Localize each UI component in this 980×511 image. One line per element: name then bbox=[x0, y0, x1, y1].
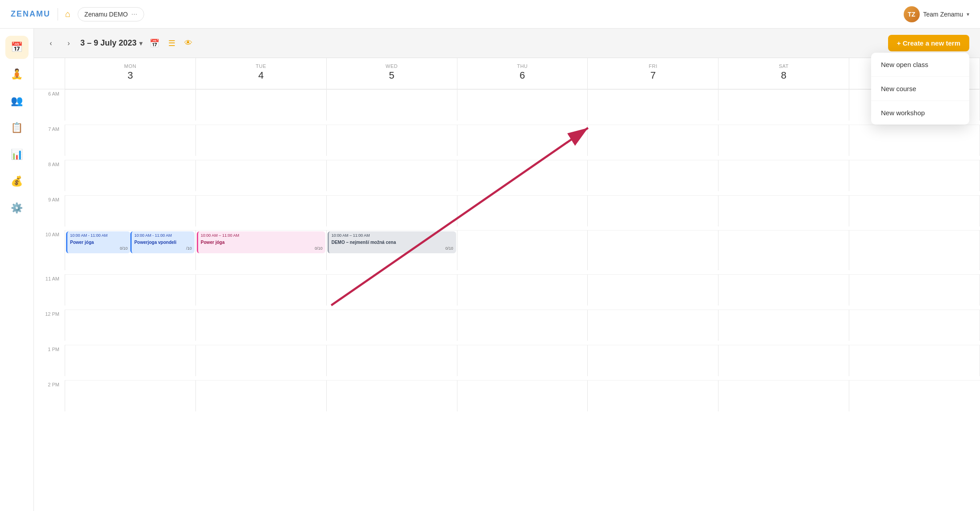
calendar-view-icon[interactable]: 📅 bbox=[148, 37, 161, 50]
day-name-mon: MON bbox=[65, 63, 195, 69]
workspace-button[interactable]: Zenamu DEMO ··· bbox=[78, 7, 144, 21]
cell-fri-12pm bbox=[588, 310, 718, 341]
dropdown-item-open-class[interactable]: New open class bbox=[871, 53, 969, 77]
cell-mon-12pm bbox=[65, 310, 196, 341]
cell-thu-1pm bbox=[457, 345, 588, 376]
event-time: 10:00 AM - 11:00 AM bbox=[134, 233, 192, 239]
time-label-6am: 6 AM bbox=[34, 89, 65, 121]
next-arrow[interactable]: › bbox=[62, 37, 75, 50]
avatar: TZ bbox=[904, 6, 920, 22]
cell-tue-6am bbox=[196, 89, 327, 121]
time-label-2pm: 2 PM bbox=[34, 380, 65, 411]
prev-arrow[interactable]: ‹ bbox=[45, 37, 57, 50]
cell-wed-7am bbox=[327, 125, 457, 156]
event-mon-2[interactable]: 10:00 AM - 11:00 AM Powerjoga vpondeli /… bbox=[130, 231, 195, 253]
day-header-fri: FRI 7 bbox=[588, 58, 718, 89]
sidebar-item-settings[interactable]: ⚙️ bbox=[5, 197, 29, 220]
cell-fri-2pm bbox=[588, 380, 718, 411]
day-name-thu: THU bbox=[457, 63, 588, 69]
event-capacity: /10 bbox=[134, 246, 192, 251]
event-wed-1[interactable]: 10:00 AM – 11:00 AM DEMO – nejmenší možn… bbox=[328, 231, 456, 253]
time-label-9am: 9 AM bbox=[34, 195, 65, 226]
cell-wed-12pm bbox=[327, 310, 457, 341]
day-header-sat: SAT 8 bbox=[718, 58, 849, 89]
event-title: Power jóga bbox=[70, 239, 128, 245]
time-label-7am: 7 AM bbox=[34, 125, 65, 156]
dropdown-course-label: New course bbox=[881, 85, 916, 92]
cell-thu-8am bbox=[457, 160, 588, 191]
cell-tue-12pm bbox=[196, 310, 327, 341]
nav-divider bbox=[58, 8, 58, 21]
home-icon[interactable]: ⌂ bbox=[65, 9, 71, 19]
cell-tue-9am bbox=[196, 195, 327, 226]
day-number-mon: 3 bbox=[65, 70, 195, 81]
dropdown-item-course[interactable]: New course bbox=[871, 77, 969, 101]
dropdown-workshop-label: New workshop bbox=[881, 109, 925, 117]
cell-tue-8am bbox=[196, 160, 327, 191]
cell-fri-11am bbox=[588, 274, 718, 306]
day-number-wed: 5 bbox=[327, 70, 457, 81]
user-area[interactable]: TZ Team Zenamu ▾ bbox=[904, 6, 969, 22]
create-term-button[interactable]: + Create a new term bbox=[888, 35, 969, 51]
cell-sun-10am bbox=[849, 230, 980, 270]
cell-sun-1pm bbox=[849, 345, 980, 376]
workspace-name: Zenamu DEMO bbox=[84, 11, 128, 18]
day-header-wed: WED 5 bbox=[327, 58, 457, 89]
cell-fri-1pm bbox=[588, 345, 718, 376]
event-title: Powerjoga vpondeli bbox=[134, 239, 192, 245]
cell-wed-10am: 10:00 AM – 11:00 AM DEMO – nejmenší možn… bbox=[327, 230, 457, 270]
cell-thu-2pm bbox=[457, 380, 588, 411]
user-name: Team Zenamu bbox=[923, 11, 963, 18]
cell-sat-7am bbox=[718, 125, 849, 156]
dropdown-item-workshop[interactable]: New workshop bbox=[871, 101, 969, 125]
cell-sun-12pm bbox=[849, 310, 980, 341]
cell-sun-9am bbox=[849, 195, 980, 226]
day-number-sat: 8 bbox=[718, 70, 849, 81]
app-logo: ZENAMU bbox=[11, 9, 50, 19]
list-view-icon[interactable]: ☰ bbox=[166, 37, 177, 50]
workspace-dots: ··· bbox=[131, 10, 137, 18]
sidebar-item-reports[interactable]: 📋 bbox=[5, 116, 29, 139]
cell-mon-8am bbox=[65, 160, 196, 191]
event-capacity: 0/10 bbox=[332, 246, 453, 251]
cell-tue-1pm bbox=[196, 345, 327, 376]
cell-sat-10am bbox=[718, 230, 849, 270]
cell-sat-9am bbox=[718, 195, 849, 226]
top-nav: ZENAMU ⌂ Zenamu DEMO ··· TZ Team Zenamu … bbox=[0, 0, 980, 29]
day-name-tue: TUE bbox=[196, 63, 326, 69]
event-capacity: 0/10 bbox=[201, 246, 323, 251]
cell-mon-9am bbox=[65, 195, 196, 226]
event-title: DEMO – nejmenší možná cena bbox=[332, 239, 453, 245]
cell-sat-12pm bbox=[718, 310, 849, 341]
cell-sat-11am bbox=[718, 274, 849, 306]
sidebar-item-members[interactable]: 👥 bbox=[5, 89, 29, 113]
sidebar-item-analytics[interactable]: 📊 bbox=[5, 143, 29, 166]
cell-wed-8am bbox=[327, 160, 457, 191]
day-number-thu: 6 bbox=[457, 70, 588, 81]
cell-fri-7am bbox=[588, 125, 718, 156]
date-range[interactable]: 3 – 9 July 2023 ▾ bbox=[80, 38, 142, 48]
day-header-mon: MON 3 bbox=[65, 58, 196, 89]
event-tue-1[interactable]: 10:00 AM – 11:00 AM Power jóga 0/10 bbox=[197, 231, 325, 253]
cell-sat-2pm bbox=[718, 380, 849, 411]
cell-mon-1pm bbox=[65, 345, 196, 376]
visibility-icon[interactable]: 👁 bbox=[183, 37, 194, 50]
sidebar-item-classes[interactable]: 🧘 bbox=[5, 63, 29, 86]
sidebar-item-calendar[interactable]: 📅 bbox=[5, 36, 29, 59]
event-capacity: 0/10 bbox=[70, 246, 128, 251]
cell-sun-11am bbox=[849, 274, 980, 306]
date-range-chevron-icon: ▾ bbox=[139, 40, 142, 47]
event-time: 10:00 AM – 11:00 AM bbox=[332, 233, 453, 239]
cell-thu-6am bbox=[457, 89, 588, 121]
cell-thu-11am bbox=[457, 274, 588, 306]
cell-wed-1pm bbox=[327, 345, 457, 376]
cell-sat-1pm bbox=[718, 345, 849, 376]
day-header-thu: THU 6 bbox=[457, 58, 588, 89]
day-header-tue: TUE 4 bbox=[196, 58, 327, 89]
sidebar-item-finance[interactable]: 💰 bbox=[5, 170, 29, 193]
day-name-sat: SAT bbox=[718, 63, 849, 69]
cell-tue-11am bbox=[196, 274, 327, 306]
day-number-fri: 7 bbox=[588, 70, 718, 81]
cell-thu-12pm bbox=[457, 310, 588, 341]
event-mon-1[interactable]: 10:00 AM - 11:00 AM Power jóga 0/10 bbox=[66, 231, 130, 253]
